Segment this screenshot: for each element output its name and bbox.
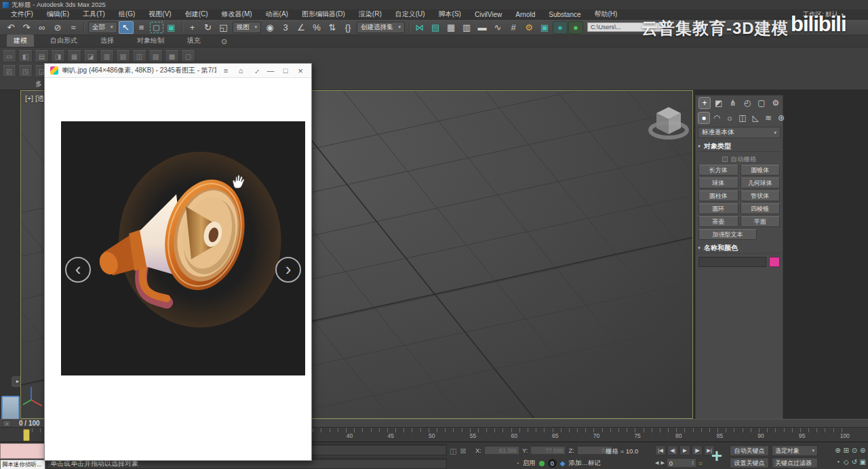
key-mode-icon[interactable]: ○ — [698, 460, 703, 467]
ribbon-panel-button[interactable]: ▤ — [35, 50, 49, 62]
viewer-titlebar[interactable]: 喇叭.jpg (464×486像素, 48KB) - 2345看图王 - 第7/… — [45, 64, 311, 78]
auto-key-button[interactable]: 自动关键点 — [730, 445, 769, 456]
time-slider-handle[interactable] — [23, 429, 30, 441]
menu-item[interactable]: 组(G) — [112, 9, 142, 19]
workspace-selector[interactable]: 工作区: 默认 ▾ — [803, 9, 844, 20]
close-button[interactable]: × — [295, 66, 306, 76]
isolate-selection-icon[interactable]: ◫ — [450, 447, 456, 455]
menu-item[interactable]: 自定义(U) — [389, 9, 432, 19]
object-name-field[interactable] — [698, 257, 766, 267]
primitive-button[interactable]: 管状体 — [741, 190, 781, 201]
time-slider-prev-button[interactable]: ‹ — [3, 420, 11, 427]
edit-named-sets-icon[interactable]: {} — [340, 21, 355, 34]
project-path-field[interactable]: C:\Users\... — [587, 22, 663, 32]
menu-item[interactable]: Substance — [542, 11, 587, 18]
menu-item[interactable]: 图形编辑器(D) — [295, 9, 352, 19]
ribbon-panel-button[interactable]: ▢ — [181, 50, 195, 62]
prev-image-button[interactable]: ‹ — [65, 257, 91, 283]
modify-tab-icon[interactable]: ◩ — [713, 97, 725, 109]
next-frame-icon[interactable]: ▶ — [660, 460, 664, 466]
orbit-icon[interactable]: ↺ — [851, 456, 859, 467]
image-viewer-window[interactable]: 喇叭.jpg (464×486像素, 48KB) - 2345看图王 - 第7/… — [44, 63, 312, 461]
set-key-button[interactable]: 设置关键点 — [730, 457, 769, 468]
ribbon-panel-button[interactable]: ▦ — [67, 50, 81, 62]
menu-item[interactable]: Arnold — [509, 11, 542, 18]
align-icon[interactable]: ▤ — [428, 21, 443, 34]
set-keys-button[interactable]: + — [707, 445, 727, 467]
select-by-name-icon[interactable]: ≡ — [134, 21, 149, 34]
helpers-icon[interactable]: ◺ — [749, 112, 762, 124]
shapes-icon[interactable]: ◠ — [711, 112, 723, 124]
primitive-button[interactable]: 平面 — [741, 216, 781, 227]
menu-item[interactable]: 帮助(H) — [588, 9, 625, 19]
ribbon-panel-button[interactable]: ◫ — [132, 50, 146, 62]
object-color-swatch[interactable] — [769, 257, 780, 267]
previous-key-icon[interactable]: ◀| — [667, 445, 678, 455]
scene-explorer-icon[interactable]: ▦ — [443, 21, 458, 34]
maximize-viewport-icon[interactable]: ▣ — [859, 456, 867, 467]
ribbon-panel-button[interactable]: ▥ — [100, 50, 114, 62]
fov-icon[interactable]: ◔ — [834, 456, 842, 467]
menu-item[interactable]: 动画(A) — [259, 9, 295, 19]
snap-toggle-3d-icon[interactable]: 3 — [278, 21, 293, 34]
viewer-menu-icon[interactable]: ≡ — [220, 66, 231, 75]
next-image-button[interactable]: › — [275, 257, 301, 283]
maximize-button[interactable]: □ — [280, 66, 291, 75]
fullscreen-icon[interactable]: ↔ — [250, 66, 261, 75]
maxscript-mini-listener[interactable] — [0, 443, 45, 459]
play-icon[interactable]: ▶ — [679, 445, 690, 455]
ribbon-toggle-icon[interactable]: ▬ — [475, 21, 490, 34]
enable-label[interactable]: 启用 — [523, 459, 536, 468]
ribbon-tab[interactable]: 对象绘制 — [130, 35, 171, 47]
primitive-button[interactable]: 长方体 — [698, 165, 738, 176]
name-color-rollout[interactable]: ▼ 名称和颜色 — [697, 243, 781, 253]
time-slider-value[interactable]: 0 / 100 — [19, 420, 40, 427]
primitive-button[interactable]: 圆柱体 — [698, 190, 738, 201]
ribbon-tab[interactable]: 填充 — [180, 35, 208, 47]
selected-filter-dropdown[interactable]: 选定对象 ▾ — [772, 445, 818, 456]
ribbon-panel-button[interactable]: ▧ — [116, 50, 130, 62]
spinner-snap-icon[interactable]: ⇅ — [325, 21, 340, 34]
prev-frame-icon[interactable]: ◀ — [655, 460, 658, 466]
curve-editor-icon[interactable]: ∿ — [490, 21, 505, 34]
menu-item[interactable]: 视图(V) — [142, 9, 178, 19]
hierarchy-tab-icon[interactable]: ⋔ — [727, 97, 739, 109]
zoom-extents-all-icon[interactable]: ⊛ — [859, 445, 867, 455]
schematic-view-icon[interactable]: # — [506, 21, 521, 34]
primitive-button[interactable]: 圆锥体 — [741, 165, 781, 176]
primitive-category-dropdown[interactable]: 标准基本体 ▾ — [698, 127, 781, 138]
autogrid-checkbox[interactable]: 自动栅格 — [698, 154, 780, 165]
ribbon-panel-button[interactable]: ▩ — [165, 50, 179, 62]
minimize-button[interactable]: — — [265, 66, 276, 75]
menu-item[interactable]: 工具(T) — [76, 9, 112, 19]
primitive-button[interactable]: 几何球体 — [741, 178, 781, 188]
zoom-icon[interactable]: ⊕ — [834, 445, 842, 455]
percent-snap-icon[interactable]: % — [309, 21, 324, 34]
ribbon-panel-button[interactable]: ▨ — [149, 50, 163, 62]
select-and-rotate-icon[interactable]: ↻ — [201, 21, 216, 34]
primitive-button[interactable]: 球体 — [698, 178, 738, 188]
use-pivot-center-icon[interactable]: ◉ — [262, 21, 277, 34]
ribbon-panel-button[interactable]: ◧ — [18, 50, 33, 62]
lock-selection-icon[interactable]: ⊠ — [460, 447, 466, 455]
angle-snap-icon[interactable]: ∠ — [294, 21, 309, 34]
menu-item[interactable]: 文件(F) — [4, 9, 40, 19]
render-iterative-icon[interactable]: ● — [568, 21, 583, 34]
rendered-frame-icon[interactable]: ▣ — [537, 21, 552, 34]
systems-icon[interactable]: ⊛ — [775, 112, 787, 124]
go-to-start-icon[interactable]: |◀ — [655, 445, 666, 455]
display-tab-icon[interactable]: ▢ — [755, 97, 768, 109]
ribbon-panel-button[interactable]: ▭ — [2, 50, 16, 62]
lights-icon[interactable]: ☼ — [724, 112, 736, 124]
ribbon-tab[interactable]: 建模 — [7, 35, 34, 47]
unlink-selection-icon[interactable]: ⊘ — [50, 21, 65, 34]
ribbon-panel-button[interactable]: ◳ — [18, 65, 33, 77]
create-tab-icon[interactable]: + — [698, 97, 711, 109]
ribbon-panel-button[interactable]: ◨ — [51, 50, 65, 62]
utilities-tab-icon[interactable]: ⚙ — [770, 97, 782, 109]
home-icon[interactable]: ⌂ — [235, 66, 246, 75]
spacewarps-icon[interactable]: ≋ — [762, 112, 774, 124]
x-coordinate-field[interactable]: 63.386 — [484, 446, 519, 455]
undo-icon[interactable]: ↶ — [3, 21, 18, 34]
ribbon-tab[interactable]: 选择 — [94, 35, 121, 47]
